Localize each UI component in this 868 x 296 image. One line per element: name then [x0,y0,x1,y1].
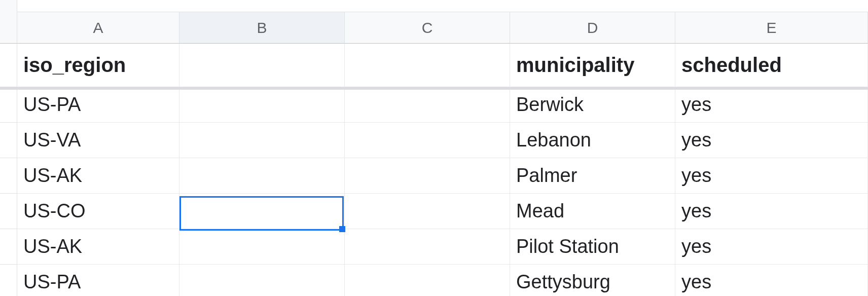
row-header[interactable] [0,265,17,296]
cell[interactable] [179,229,345,265]
header-cell-B[interactable] [179,44,345,87]
cell[interactable] [179,265,345,296]
column-headers: A B C D E [0,12,868,44]
cell[interactable] [179,158,345,194]
cell[interactable]: US-AK [17,229,179,265]
table-row: US-PA Berwick yes [0,87,868,123]
header-cell-scheduled[interactable]: scheduled [675,44,868,87]
cell[interactable]: US-VA [17,123,179,158]
cell[interactable]: US-PA [17,87,179,123]
cell[interactable]: yes [675,158,868,194]
cell[interactable]: Palmer [510,158,675,194]
cell[interactable]: Gettysburg [510,265,675,296]
cell[interactable]: yes [675,87,868,123]
cell[interactable] [345,265,510,296]
table-row: US-AK Pilot Station yes [0,229,868,265]
row-header[interactable] [0,87,17,123]
cell[interactable]: US-AK [17,158,179,194]
cell[interactable] [345,194,510,229]
column-header-C[interactable]: C [345,12,510,44]
cell[interactable] [345,123,510,158]
header-cell-C[interactable] [345,44,510,87]
table-row: US-CO Mead yes [0,194,868,229]
cell[interactable]: Pilot Station [510,229,675,265]
row-header[interactable] [0,123,17,158]
cell[interactable] [345,158,510,194]
frozen-row-divider[interactable] [0,87,868,90]
cell[interactable] [179,123,345,158]
top-strip [0,0,868,12]
cell[interactable] [179,87,345,123]
row-header[interactable] [0,158,17,194]
cell[interactable]: yes [675,123,868,158]
row-header[interactable] [0,194,17,229]
table-row: US-VA Lebanon yes [0,123,868,158]
row-header[interactable] [0,44,17,87]
cell[interactable] [345,229,510,265]
column-header-B[interactable]: B [179,12,345,44]
row-header[interactable] [0,229,17,265]
row-header-spacer [0,12,17,44]
column-header-E[interactable]: E [675,12,868,44]
header-cell-municipality[interactable]: municipality [510,44,675,87]
cell[interactable] [179,194,345,229]
grid-body: iso_region municipality scheduled US-PA … [0,44,868,296]
cell[interactable]: yes [675,229,868,265]
header-cell-iso-region[interactable]: iso_region [17,44,179,87]
table-row: US-AK Palmer yes [0,158,868,194]
cell[interactable]: US-CO [17,194,179,229]
spreadsheet: A B C D E iso_region municipality schedu… [0,0,868,296]
cell[interactable]: Lebanon [510,123,675,158]
cell[interactable]: Berwick [510,87,675,123]
select-all-corner[interactable] [0,0,17,12]
cell[interactable]: yes [675,265,868,296]
cell[interactable]: US-PA [17,265,179,296]
cell[interactable]: yes [675,194,868,229]
table-header-row: iso_region municipality scheduled [0,44,868,87]
table-row: US-PA Gettysburg yes [0,265,868,296]
cell[interactable] [345,87,510,123]
column-header-A[interactable]: A [17,12,179,44]
column-header-D[interactable]: D [510,12,675,44]
cell[interactable]: Mead [510,194,675,229]
